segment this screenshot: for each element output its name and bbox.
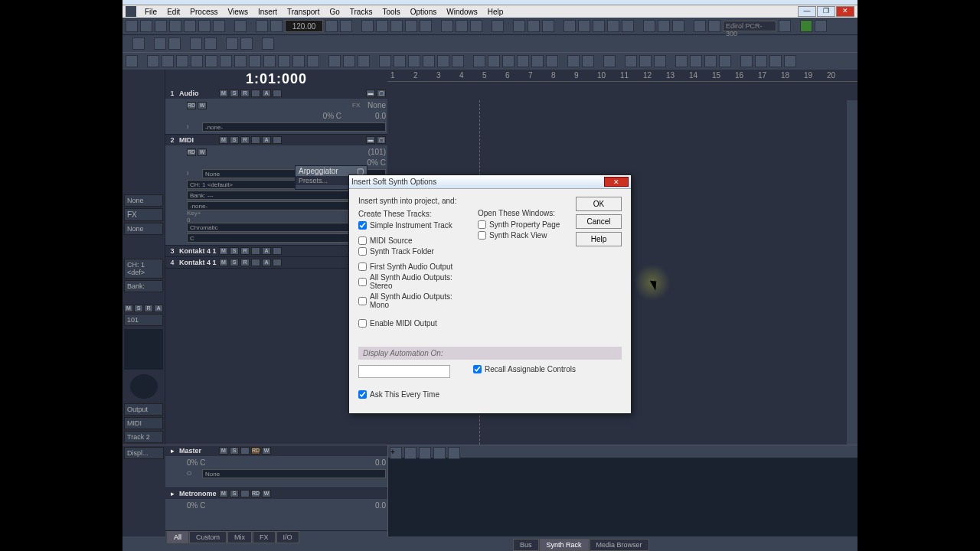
menu-tracks[interactable]: Tracks [345,6,377,18]
tool-btn[interactable] [162,55,174,67]
read-btn[interactable]: RD [251,447,260,455]
rec-btn[interactable]: R [240,90,250,97]
insp-output[interactable]: Output [124,403,163,416]
tool-btn[interactable] [517,55,529,67]
write-btn[interactable]: W [262,447,271,455]
tool-btn[interactable] [488,55,500,67]
pan[interactable]: 0% C [368,158,386,167]
chk-midi-source[interactable]: MIDI Source [358,236,472,245]
write-btn[interactable]: W [262,490,271,497]
tool-btn[interactable] [262,37,274,50]
read-btn[interactable]: RD [187,102,196,109]
chk-first-audio[interactable]: First Synth Audio Output [358,262,472,271]
tool-btn[interactable] [719,55,731,67]
tool-btn[interactable] [473,55,485,67]
mon-btn[interactable] [251,90,260,97]
tool-btn[interactable] [190,37,202,50]
tool-btn[interactable] [502,55,514,67]
tool-btn[interactable] [147,55,159,67]
tool-btn[interactable] [437,55,449,67]
tool-btn[interactable] [769,55,782,67]
tool-btn[interactable] [654,55,666,67]
fx-btn[interactable] [273,259,282,266]
tool-btn[interactable] [643,20,655,32]
solo-btn[interactable]: S [230,90,239,97]
btn[interactable] [240,490,250,497]
solo-btn[interactable]: S [230,247,239,255]
min-button[interactable]: — [798,6,816,17]
device-select[interactable]: Edirol PCR-300 [723,21,776,31]
chk-recall[interactable]: Recall Assignable Controls [473,365,576,373]
tool-btn[interactable] [420,20,432,32]
tab-media-browser[interactable]: Media Browser [590,539,649,551]
tool-btn[interactable] [593,20,605,32]
bus-metronome[interactable]: ▸ Metronome MSRDW 0% C0.0 [165,488,387,531]
tool-btn[interactable] [213,20,225,32]
tool-btn[interactable] [343,55,355,67]
tool-btn[interactable] [755,55,767,67]
menu-edit[interactable]: Edit [162,6,185,18]
tool-btn[interactable] [379,55,391,67]
chk-rack-view[interactable]: Synth Rack View [478,231,570,240]
tool-btn[interactable] [546,55,558,67]
mute-btn[interactable]: M [219,136,228,144]
tool-btn[interactable] [307,55,319,67]
bus-name[interactable]: Metronome [179,490,217,497]
tool-btn[interactable] [784,55,796,67]
tool-btn[interactable] [433,447,446,459]
tool-btn[interactable] [263,55,276,67]
tool-btn[interactable] [708,20,720,32]
track-name[interactable]: Audio [179,90,217,97]
track-min[interactable]: ▬ [366,136,375,144]
transport-rec[interactable] [542,20,554,32]
tool-btn[interactable] [564,20,576,32]
tool-btn[interactable] [675,55,688,67]
tool-btn[interactable] [234,55,247,67]
track-1[interactable]: 1 Audio M S R A ▬ ▢ RDWFXNone 0% C0.0 I-… [165,88,387,135]
insp-m[interactable]: M [124,305,133,312]
view-tab-mix[interactable]: Mix [227,531,252,543]
mon-btn[interactable] [251,247,260,255]
chk-all-mono[interactable]: All Synth Audio Outputs: Mono [358,292,472,309]
tool-btn[interactable] [270,20,283,32]
fx-btn[interactable] [273,90,282,97]
chk-enable-midi[interactable]: Enable MIDI Output [358,319,472,328]
vol[interactable]: 0.0 [375,112,386,120]
menu-options[interactable]: Options [406,6,441,18]
insp-r[interactable]: R [144,305,153,312]
v-scrollbar[interactable] [847,100,858,445]
solo-btn[interactable]: S [230,490,239,497]
tool-btn[interactable] [328,55,341,67]
tool-btn[interactable] [249,55,261,67]
tool-btn[interactable] [278,55,290,67]
insp-s[interactable]: S [134,305,143,312]
help-button[interactable]: Help [576,232,622,246]
tool-btn[interactable] [132,37,145,50]
automation-combo[interactable] [358,365,450,378]
tab-synth-rack[interactable]: Synth Rack [540,539,589,551]
menu-file[interactable]: File [140,6,162,18]
transport-stop[interactable] [470,20,482,32]
mute-btn[interactable]: M [219,247,228,255]
mute-btn[interactable]: M [219,90,228,97]
tool-btn[interactable] [704,55,717,67]
tool-btn[interactable] [140,20,152,32]
rec-btn[interactable]: R [240,136,250,144]
engine-btn[interactable] [800,20,812,32]
rec-btn[interactable]: R [240,259,250,266]
tab-bus[interactable]: Bus [513,539,539,551]
ok-button[interactable]: OK [576,197,622,211]
insp-bank[interactable]: Bank: [124,280,163,292]
dialog-close-button[interactable]: ✕ [604,177,629,187]
fx-slot[interactable]: None [368,101,386,109]
transport-rtz[interactable] [441,20,453,32]
tool-btn[interactable] [404,447,416,459]
tool-btn[interactable] [567,55,580,67]
tool-btn[interactable] [198,20,211,32]
tool-btn[interactable] [405,20,417,32]
tool-btn[interactable] [694,20,706,32]
track-min[interactable]: ▬ [366,90,375,97]
tool-btn[interactable] [448,447,460,459]
tool-btn[interactable] [639,55,652,67]
chk-ask-every-time[interactable]: Ask This Every Time [358,390,622,399]
